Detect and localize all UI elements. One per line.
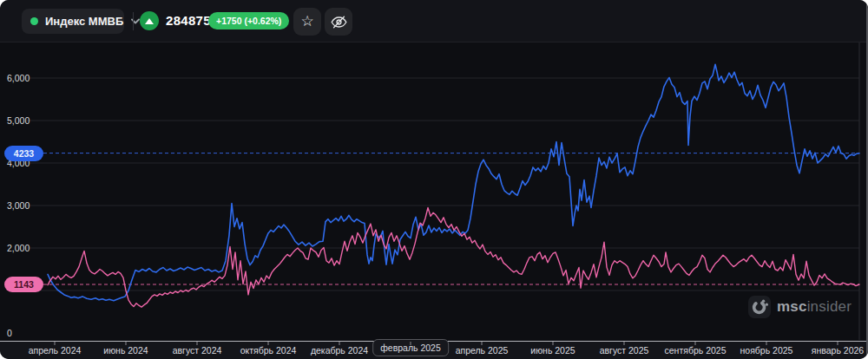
x-axis-label: ноябрь 2025	[740, 345, 793, 356]
hide-button[interactable]	[325, 8, 352, 36]
favorite-button[interactable]: ☆	[293, 8, 321, 36]
index-pink-line	[48, 208, 859, 308]
axis-tick	[482, 342, 483, 345]
change-badge: +1750 (+0.62%)	[208, 12, 289, 29]
axis-tick	[411, 342, 411, 345]
price-chart[interactable]	[0, 0, 868, 359]
instrument-selector[interactable]: Индекс ММВБ	[22, 9, 124, 34]
divider	[133, 12, 134, 30]
axis-tick	[339, 342, 340, 345]
axis-tick	[553, 342, 554, 345]
last-price: 284875	[166, 13, 211, 28]
star-icon: ☆	[300, 14, 313, 29]
trading-app-window: mscinsider 6,0005,0004,0003,0002,0000423…	[0, 0, 868, 359]
x-axis-label: апрель 2025	[456, 345, 509, 356]
x-axis-label: июнь 2025	[530, 345, 575, 356]
x-axis-label: январь 2026	[812, 345, 864, 356]
axis-tick	[126, 342, 127, 345]
axis-tick	[838, 342, 838, 345]
axis-tick	[624, 342, 625, 345]
x-axis-label: июнь 2024	[103, 345, 148, 356]
chart-header: Индекс ММВБ 284875 +1750 (+0.62%) ☆	[0, 0, 868, 42]
x-axis-label: декабрь 2024	[311, 345, 368, 356]
axis-tick	[55, 342, 56, 345]
axis-tick	[197, 342, 198, 345]
axis-tick	[695, 342, 696, 345]
time-axis[interactable]: апрель 2024июнь 2024август 2024октябрь 2…	[0, 341, 868, 359]
axis-tick	[766, 342, 767, 345]
x-axis-label: апрель 2024	[29, 345, 82, 356]
axis-tick	[268, 342, 269, 345]
instrument-status-dot	[30, 17, 38, 25]
up-arrow-indicator	[140, 11, 159, 30]
x-axis-label: октябрь 2024	[240, 345, 297, 356]
x-axis-label: сентябрь 2025	[665, 345, 727, 356]
instrument-name: Индекс ММВБ	[45, 15, 123, 28]
eye-off-icon	[331, 14, 347, 30]
index-blue-line	[48, 64, 859, 301]
up-triangle-icon	[145, 18, 154, 24]
x-axis-label: август 2025	[600, 345, 649, 356]
x-axis-label: август 2024	[173, 345, 222, 356]
